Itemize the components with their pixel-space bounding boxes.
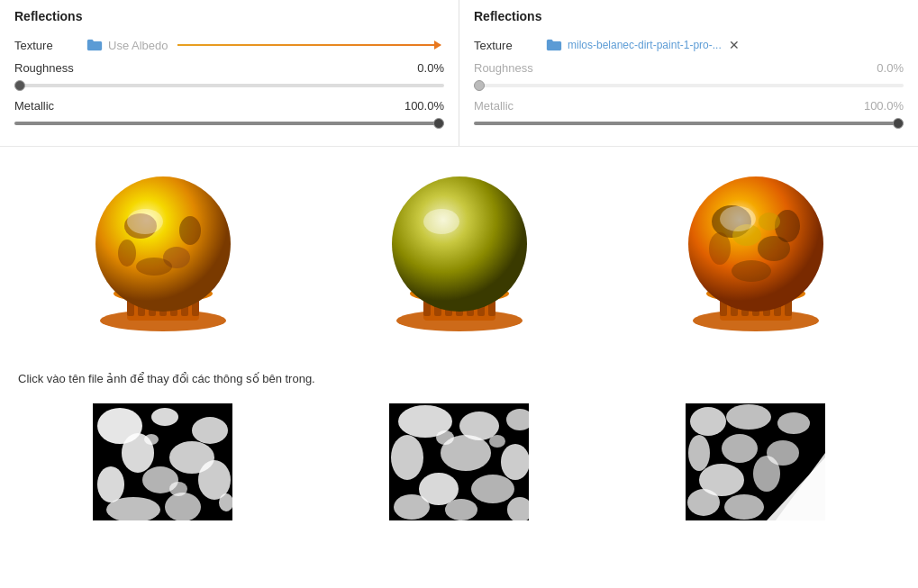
- svg-point-89: [687, 489, 720, 516]
- left-roughness-row: Roughness 0.0%: [14, 61, 444, 90]
- right-metallic-slider: [474, 122, 904, 125]
- thumbnail-svg-3: [686, 403, 825, 520]
- thumbnail-svg-1: [93, 403, 232, 520]
- svg-point-17: [127, 209, 163, 234]
- svg-point-54: [192, 417, 228, 444]
- preview-item-2: [311, 154, 607, 343]
- top-panels: Reflections Texture Use Albedo Roughness…: [0, 0, 918, 147]
- left-texture-label: Texture: [14, 39, 86, 52]
- preview-item-3: [607, 154, 904, 343]
- svg-point-63: [169, 482, 187, 496]
- left-metallic-value: 100.0%: [404, 99, 444, 113]
- right-roughness-slider: [474, 84, 904, 87]
- svg-point-78: [489, 435, 505, 448]
- svg-point-45: [732, 260, 771, 282]
- svg-point-46: [709, 232, 731, 265]
- svg-point-69: [391, 435, 423, 480]
- svg-point-75: [445, 499, 477, 520]
- use-albedo-text: Use Albedo: [108, 39, 168, 52]
- left-panel-title: Reflections: [14, 5, 444, 23]
- instruction-section: Click vào tên file ảnh để thay đổi các t…: [0, 357, 918, 385]
- preview-item-1: [14, 154, 311, 343]
- svg-point-62: [144, 434, 159, 445]
- left-roughness-slider[interactable]: [14, 84, 444, 87]
- svg-point-91: [767, 440, 799, 466]
- thumbnail-row: [14, 403, 904, 520]
- right-panel-title: Reflections: [474, 5, 904, 23]
- right-roughness-header: Roughness 0.0%: [474, 61, 904, 75]
- right-panel: Reflections Texture milos-belanec-dirt-p…: [459, 0, 918, 146]
- svg-point-49: [759, 213, 780, 231]
- instruction-text: Click vào tên file ảnh để thay đổi các t…: [14, 372, 904, 385]
- left-folder-icon[interactable]: [86, 39, 103, 51]
- svg-point-16: [118, 240, 136, 267]
- right-roughness-label: Roughness: [474, 61, 546, 75]
- right-folder-icon[interactable]: [546, 39, 562, 51]
- svg-point-85: [688, 435, 710, 471]
- right-metallic-label: Metallic: [474, 99, 546, 113]
- svg-point-71: [501, 444, 529, 480]
- right-metallic-value: 100.0%: [864, 99, 904, 113]
- left-texture-content: Use Albedo: [86, 39, 444, 52]
- svg-point-50: [720, 206, 756, 231]
- left-roughness-value: 0.0%: [417, 61, 444, 75]
- left-roughness-label: Roughness: [14, 61, 86, 75]
- right-roughness-row: Roughness 0.0%: [474, 61, 904, 90]
- sphere-1: [77, 154, 249, 343]
- svg-point-90: [724, 494, 764, 520]
- svg-point-11: [95, 176, 231, 312]
- thumbnail-canvas-2: [389, 403, 529, 520]
- right-texture-content: milos-belanec-dirt-paint-1-pro-... ✕: [546, 39, 904, 51]
- svg-point-14: [136, 258, 172, 276]
- right-metallic-row: Metallic 100.0%: [474, 99, 904, 128]
- right-metallic-header: Metallic 100.0%: [474, 99, 904, 113]
- texture-close-button[interactable]: ✕: [727, 39, 741, 51]
- sphere-2: [374, 154, 545, 343]
- thumbnail-canvas-3: [686, 403, 825, 520]
- texture-file-link[interactable]: milos-belanec-dirt-paint-1-pro-...: [568, 39, 722, 51]
- svg-point-57: [97, 466, 124, 502]
- texture-arrow: [177, 44, 441, 46]
- right-roughness-value: 0.0%: [877, 61, 904, 75]
- left-roughness-header: Roughness 0.0%: [14, 61, 444, 75]
- svg-point-82: [690, 407, 726, 436]
- right-texture-row: Texture milos-belanec-dirt-paint-1-pro-.…: [474, 32, 904, 58]
- svg-point-30: [423, 209, 459, 234]
- svg-point-84: [777, 412, 810, 434]
- thumbnail-item-3[interactable]: [607, 403, 904, 520]
- right-texture-label: Texture: [474, 39, 546, 52]
- left-metallic-header: Metallic 100.0%: [14, 99, 444, 113]
- thumbnail-item-2[interactable]: [311, 403, 607, 520]
- svg-point-77: [436, 430, 454, 445]
- svg-point-61: [165, 493, 201, 520]
- svg-point-15: [179, 216, 201, 245]
- svg-point-74: [394, 494, 430, 520]
- svg-point-83: [726, 404, 771, 430]
- left-metallic-slider-container[interactable]: [14, 114, 444, 128]
- thumbnail-svg-2: [389, 403, 529, 520]
- sphere-3: [670, 154, 841, 343]
- left-metallic-row: Metallic 100.0%: [14, 99, 444, 128]
- left-metallic-slider[interactable]: [14, 122, 444, 125]
- right-metallic-slider-container: [474, 114, 904, 128]
- thumbnail-section: [0, 396, 918, 520]
- thumbnail-item-1[interactable]: [14, 403, 311, 520]
- svg-point-42: [688, 176, 823, 312]
- svg-point-73: [471, 475, 514, 503]
- svg-point-53: [151, 408, 178, 426]
- thumbnail-canvas-1: [93, 403, 232, 520]
- left-metallic-label: Metallic: [14, 99, 86, 113]
- preview-section: [0, 147, 918, 343]
- left-texture-row: Texture Use Albedo: [14, 32, 444, 58]
- svg-point-86: [722, 434, 758, 463]
- left-panel: Reflections Texture Use Albedo Roughness…: [0, 0, 459, 146]
- svg-point-29: [392, 176, 527, 312]
- right-roughness-slider-container: [474, 77, 904, 90]
- preview-row: [14, 154, 904, 343]
- left-roughness-slider-container[interactable]: [14, 77, 444, 90]
